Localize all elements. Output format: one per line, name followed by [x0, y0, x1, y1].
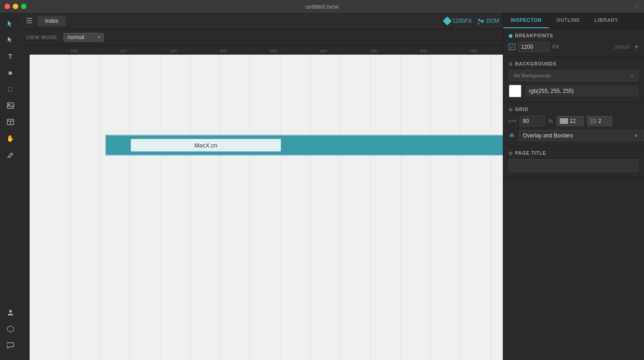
viewmode-select[interactable]: normal preview responsive [63, 33, 104, 42]
add-background-icon[interactable]: + [631, 73, 634, 78]
page-title-input[interactable] [509, 159, 639, 172]
grid-section: GRID % [503, 102, 644, 146]
left-toolbar: T ■ □ ✋ [0, 13, 20, 360]
chat-tool[interactable] [3, 338, 18, 353]
grid-gutter-input[interactable] [598, 118, 609, 124]
horizontal-ruler: 100 200 300 400 500 600 700 800 900 [20, 46, 503, 55]
color-value-input[interactable] [525, 86, 639, 96]
breakpoint-label: 1200PX [452, 18, 472, 24]
backgrounds-dot [509, 62, 512, 66]
grid-gutter-icon [590, 118, 597, 124]
app-body: T ■ □ ✋ [0, 13, 644, 360]
hand-tool[interactable]: ✋ [3, 131, 18, 146]
ruler-mark-700: 700 [370, 49, 377, 53]
canvas-grid [30, 55, 503, 360]
index-tab[interactable]: Index [38, 16, 66, 26]
image-tool[interactable] [3, 98, 18, 113]
canvas-area: 100 200 300 400 500 600 700 800 900 [20, 46, 503, 360]
svg-rect-18 [567, 118, 568, 124]
svg-marker-10 [7, 326, 14, 332]
svg-line-8 [7, 157, 8, 158]
svg-rect-19 [590, 118, 592, 124]
breakpoint-button[interactable]: 1200PX [444, 18, 472, 24]
library-tab[interactable]: LIBRARY [587, 13, 625, 28]
breakpoints-row: PX Default + [509, 42, 639, 52]
pen-tool[interactable] [3, 147, 18, 162]
svg-line-7 [11, 153, 13, 154]
grid-type-button[interactable] [557, 116, 583, 126]
inspector-panel: INSPECTOR OUTLINE LIBRARY BREAKPOINTS PX… [503, 13, 644, 360]
canvas[interactable]: MacX.cn [30, 55, 503, 360]
breakpoint-add-button[interactable]: + [634, 43, 639, 51]
grid-cols-input[interactable] [569, 118, 580, 124]
canvas-body: MacX.cn [20, 55, 503, 360]
minimize-button[interactable] [13, 4, 18, 9]
vertical-ruler [20, 55, 30, 360]
svg-rect-21 [595, 118, 596, 124]
breakpoint-diamond-icon [443, 16, 452, 25]
color-swatch[interactable] [509, 85, 521, 97]
text-tool[interactable]: T [3, 49, 18, 64]
backgrounds-section: BACKGROUNDS No Backgrounds + [503, 57, 644, 102]
color-swatch-row [509, 85, 639, 97]
overlay-select[interactable]: Overlay and Borders Overlay Only Borders… [519, 130, 644, 141]
select-tool[interactable] [3, 16, 18, 31]
close-button[interactable] [5, 4, 10, 9]
rectangle-outline-tool[interactable]: □ [3, 82, 18, 96]
breakpoints-dot [509, 34, 512, 38]
dom-button[interactable]: DOM [477, 17, 499, 25]
grid-gutter-button[interactable] [587, 116, 612, 126]
overlay-visibility-button[interactable]: 👁 [509, 132, 515, 139]
ruler-mark-100: 100 [71, 49, 77, 53]
window-title: untitled.mcw [306, 3, 338, 10]
expand-icon[interactable]: ⤢ [634, 3, 639, 10]
svg-marker-0 [8, 20, 12, 27]
inspector-tabs: INSPECTOR OUTLINE LIBRARY [503, 13, 644, 29]
grid-width-input[interactable] [520, 116, 545, 127]
maximize-button[interactable] [21, 4, 26, 9]
layout-tool[interactable] [3, 115, 18, 129]
topbar: ☰ Index 1200PX DOM [20, 13, 503, 29]
canvas-element-bar[interactable]: MacX.cn [105, 135, 503, 156]
grid-title: GRID [515, 107, 528, 112]
no-backgrounds-label: No Backgrounds [514, 73, 551, 78]
user-tool[interactable] [3, 305, 18, 320]
grid-width-icon [509, 118, 516, 124]
viewmode-bar: VIEW MODE: normal preview responsive ▼ [20, 29, 503, 46]
inspector-tab[interactable]: INSPECTOR [503, 13, 549, 28]
rectangle-filled-tool[interactable]: ■ [3, 66, 18, 80]
page-title-dot [509, 152, 512, 155]
dom-label: DOM [486, 18, 499, 24]
grid-dot [509, 108, 512, 112]
svg-point-9 [9, 310, 12, 313]
window-controls [5, 4, 26, 9]
breakpoint-checkbox[interactable] [509, 44, 515, 50]
topbar-right: 1200PX DOM [444, 17, 499, 25]
grid-percent-label: % [548, 118, 553, 124]
svg-rect-20 [593, 118, 594, 124]
viewmode-select-wrapper: normal preview responsive ▼ [63, 33, 104, 42]
ruler-mark-600: 600 [320, 49, 327, 53]
outline-tab[interactable]: OUTLINE [549, 13, 587, 28]
titlebar: untitled.mcw ⤢ [0, 0, 644, 13]
page-title-header: PAGE TITLE [509, 151, 639, 156]
toolbar-bottom-tools [3, 305, 18, 356]
breakpoint-unit: PX [552, 44, 559, 50]
ruler-mark-200: 200 [120, 49, 127, 53]
pointer-tool[interactable] [3, 33, 18, 47]
canvas-wrapper[interactable]: MacX.cn [30, 55, 503, 360]
assets-tool[interactable] [3, 322, 18, 336]
no-backgrounds-button[interactable]: No Backgrounds + [509, 70, 639, 81]
breakpoints-title: BREAKPOINTS [515, 33, 553, 38]
svg-marker-1 [8, 37, 12, 42]
ruler-mark-300: 300 [170, 49, 177, 53]
breakpoint-value-input[interactable] [518, 42, 550, 52]
content-area: ☰ Index 1200PX DOM VIEW MODE: normal pre… [20, 13, 503, 360]
svg-rect-15 [560, 118, 562, 124]
ruler-mark-500: 500 [270, 49, 277, 53]
menu-button[interactable]: ☰ [24, 15, 34, 27]
dom-icon [477, 17, 485, 25]
backgrounds-header: BACKGROUNDS [509, 61, 639, 66]
canvas-element-input[interactable]: MacX.cn [131, 139, 281, 152]
backgrounds-title: BACKGROUNDS [515, 61, 557, 66]
